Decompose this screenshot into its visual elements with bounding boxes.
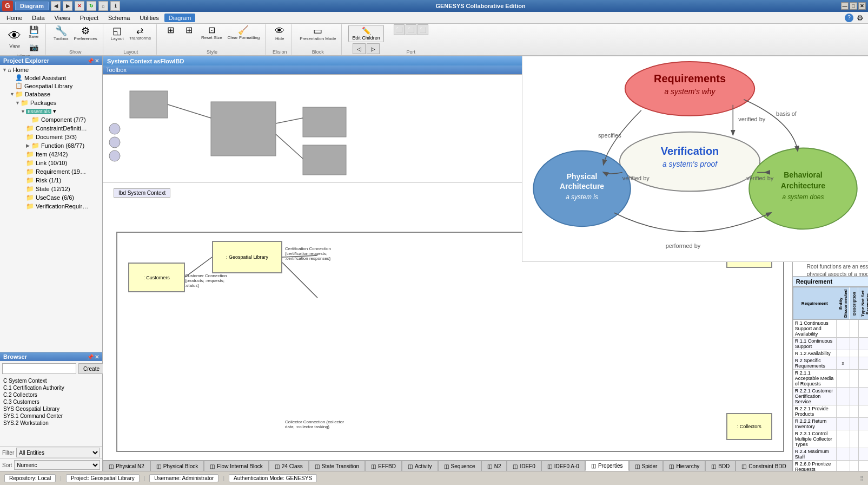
browser-search-input[interactable] [2, 363, 76, 374]
browser-pin-icon[interactable]: 📌 [87, 354, 94, 360]
nav-stop[interactable]: ✕ [75, 1, 84, 11]
port-btn-2[interactable]: ⬜ [406, 24, 416, 35]
browser-close-icon[interactable]: ✕ [95, 354, 99, 360]
req-name-7[interactable]: R.2.2.2 Return Inventory [793, 418, 836, 430]
clear-formatting-button[interactable]: 🧹 Clear Formatting [226, 24, 262, 42]
minimize-button[interactable]: — [841, 2, 849, 10]
menu-utilities[interactable]: Utilities [135, 14, 163, 22]
tree-item-component[interactable]: 📁 Component (7/7) [0, 115, 102, 124]
snapshot-button[interactable]: 📷 [25, 42, 42, 53]
tree-item-geospatial[interactable]: 📋 Geospatial Library [0, 82, 102, 90]
filter-select[interactable]: All Entities [16, 448, 100, 457]
nav-circle-1[interactable] [109, 123, 120, 134]
req-name-5[interactable]: R.2.2.1 Customer Certification Service [793, 388, 836, 405]
tree-item-function[interactable]: ▶ 📁 Function (68/77) [0, 141, 102, 150]
menu-views[interactable]: Views [50, 14, 75, 22]
pe-close-icon[interactable]: ✕ [95, 58, 99, 64]
tree-item-link[interactable]: 📁 Link (10/10) [0, 159, 102, 167]
req-name-1[interactable]: R.1.1 Continuous Support [793, 338, 836, 350]
nav-refresh[interactable]: ↻ [87, 1, 96, 11]
menu-home[interactable]: Home [2, 14, 26, 22]
reset-size-button[interactable]: ⊡ Reset Size [199, 24, 224, 42]
close-button[interactable]: ✕ [858, 2, 866, 10]
nav-home[interactable]: ⌂ [98, 1, 108, 11]
toolbox-button[interactable]: 🔧 Toolbox [51, 24, 71, 43]
view-button[interactable]: 👁 View [5, 27, 24, 50]
menu-project[interactable]: Project [76, 14, 103, 22]
hide-button[interactable]: 👁 Hide [271, 24, 288, 43]
browser-item-0[interactable]: C System Context [2, 377, 100, 384]
req-name-9[interactable]: R.2.4 Maximum Staff [793, 448, 836, 461]
tree-item-risk[interactable]: 📁 Risk (1/1) [0, 176, 102, 185]
req-name-2[interactable]: R.1.2 Availability [793, 350, 836, 357]
tree-item-essentials[interactable]: ▼ Essentials ▾ [0, 107, 102, 115]
tab-class[interactable]: ◫ 24 Class [269, 461, 309, 471]
tab-bdd[interactable]: ◫ BDD [705, 461, 736, 471]
tree-item-requirement[interactable]: 📁 Requirement (19… [0, 167, 102, 176]
tab-n2[interactable]: ◫ N2 [481, 461, 507, 471]
tree-item-document[interactable]: 📁 Document (3/3) [0, 133, 102, 141]
maximize-button[interactable]: □ [850, 2, 857, 10]
tab-hierarchy[interactable]: ◫ Hierarchy [663, 461, 705, 471]
pe-pin-icon[interactable]: 📌 [87, 58, 94, 64]
tab-constraint-bdd[interactable]: ◫ Constraint BDD [736, 461, 792, 471]
menu-schema[interactable]: Schema [104, 14, 134, 22]
tree-item-state[interactable]: 📁 State (12/12) [0, 185, 102, 193]
port-btn-3[interactable]: ⬜ [418, 24, 428, 35]
menu-data[interactable]: Data [28, 14, 49, 22]
title-tab-diagram[interactable]: Diagram [15, 2, 49, 10]
block-nav-btn-2[interactable]: ▷ [367, 43, 380, 54]
req-name-10[interactable]: R.2.6.0 Prioritize Requests [793, 461, 836, 471]
req-name-8[interactable]: R.2.3.1 Control Multiple Collector Types [793, 430, 836, 448]
browser-create-button[interactable]: Create [78, 363, 104, 374]
tree-item-constraint[interactable]: 📁 ConstraintDefiniti… [0, 124, 102, 133]
tree-item-item[interactable]: 📁 Item (42/42) [0, 150, 102, 159]
style-btn-2[interactable]: ⊞ [181, 24, 198, 42]
browser-item-3[interactable]: C.3 Customers [2, 398, 100, 405]
tab-flow-internal[interactable]: ◫ Flow Internal Block [204, 461, 268, 471]
nav-forward[interactable]: ▶ [63, 1, 72, 11]
tab-activity[interactable]: ◫ Activity [402, 461, 438, 471]
menu-diagram[interactable]: Diagram [164, 14, 196, 22]
ibd-collectors-block[interactable]: : Collectors [726, 413, 772, 440]
edit-children-button[interactable]: ✏️ Edit Children [348, 25, 384, 42]
tree-item-verification[interactable]: 📁 VerificationRequir… [0, 202, 102, 211]
tree-item-database[interactable]: ▼ 📁 Database [0, 90, 102, 99]
tab-sequence[interactable]: ◫ Sequence [438, 461, 481, 471]
style-btn-1[interactable]: ⊞ [162, 24, 180, 42]
block-nav-btn-1[interactable]: ◁ [353, 43, 366, 54]
presentation-mode-button[interactable]: ▭ Presentation Mode [297, 24, 338, 43]
nav-info[interactable]: ℹ [110, 1, 120, 11]
layout-button[interactable]: ◱ Layout [109, 24, 126, 43]
preferences-button[interactable]: ⚙ Preferences [72, 24, 100, 43]
req-name-3[interactable]: R.2 Specific Requirements [793, 357, 836, 370]
tab-physical-block[interactable]: ◫ Physical Block [150, 461, 204, 471]
tree-item-packages[interactable]: ▼ 📁 Packages [0, 99, 102, 107]
nav-back[interactable]: ◀ [51, 1, 61, 11]
browser-item-1[interactable]: C.1 Certification Authority [2, 384, 100, 391]
tree-item-usecase[interactable]: 📁 UseCase (6/6) [0, 193, 102, 202]
tab-effbd[interactable]: ◫ EFFBD [365, 461, 402, 471]
nav-circle-2[interactable] [109, 137, 120, 148]
browser-item-5[interactable]: SYS.1 Command Center [2, 412, 100, 420]
tab-physical-n2[interactable]: ◫ Physical N2 [103, 461, 150, 471]
tab-idef0-a0[interactable]: ◫ IDEF0 A-0 [541, 461, 585, 471]
tab-state-transition[interactable]: ◫ State Transition [309, 461, 365, 471]
tree-item-model-assistant[interactable]: 👤 Model Assistant [0, 74, 102, 82]
tab-properties[interactable]: ◫ Properties [585, 461, 629, 471]
help-icon[interactable]: ? [845, 14, 853, 22]
settings-icon[interactable]: ⚙ [857, 14, 864, 22]
req-name-6[interactable]: R.2.2.1 Provide Products [793, 405, 836, 418]
nav-circle-3[interactable] [109, 150, 120, 161]
ibd-geospatial-block[interactable]: : Geospatial Library [212, 241, 282, 273]
ibd-customers-block[interactable]: : Customers [128, 263, 185, 292]
browser-item-4[interactable]: SYS Geospatial Library [2, 405, 100, 412]
sort-select[interactable]: Numeric [14, 460, 100, 470]
browser-item-2[interactable]: C.2 Collectors [2, 391, 100, 398]
tab-spider[interactable]: ◫ Spider [629, 461, 664, 471]
save-button[interactable]: 💾 Save [25, 24, 42, 41]
browser-item-6[interactable]: SYS.2 Workstation [2, 420, 100, 427]
transforms-button[interactable]: ⇄ Transforms [127, 25, 153, 42]
req-name-4[interactable]: R.2.1.1 Acceptable Media of Requests [793, 370, 836, 388]
tab-idef0[interactable]: ◫ IDEF0 [507, 461, 541, 471]
